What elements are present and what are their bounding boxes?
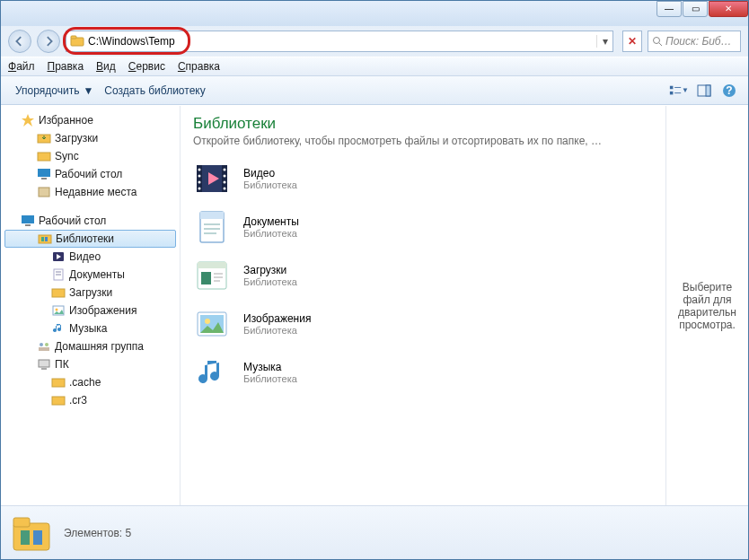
- svg-point-48: [224, 181, 226, 184]
- maximize-button[interactable]: ▭: [683, 1, 708, 17]
- sidebar-lib-documents[interactable]: Документы: [1, 266, 180, 284]
- sidebar-lib-downloads[interactable]: Загрузки: [1, 284, 180, 302]
- svg-rect-56: [198, 262, 226, 268]
- svg-rect-35: [41, 368, 47, 370]
- libraries-icon: [38, 232, 52, 246]
- folder-icon: [37, 149, 51, 163]
- preview-text: Выберите файл для дварительн просмотра.: [672, 281, 743, 331]
- folder-icon: [51, 285, 66, 300]
- library-item-documents[interactable]: ДокументыБиблиотека: [193, 208, 653, 246]
- chevron-down-icon: ▼: [83, 84, 93, 97]
- toolbar: Упорядочить ▼ Создать библиотеку ▼ ?: [1, 76, 748, 105]
- svg-point-2: [654, 38, 660, 44]
- sidebar-item-recent[interactable]: Недавние места: [1, 183, 180, 201]
- menu-file[interactable]: Файл: [8, 60, 35, 73]
- music-icon: [51, 321, 66, 336]
- svg-rect-5: [670, 91, 674, 94]
- libraries-icon: [10, 512, 53, 554]
- preview-pane-button[interactable]: [694, 81, 714, 101]
- sidebar-favorites[interactable]: Избранное: [1, 111, 180, 129]
- svg-rect-34: [39, 360, 49, 367]
- main: Библиотеки Откройте библиотеку, чтобы пр…: [181, 106, 748, 505]
- svg-point-46: [224, 169, 226, 171]
- svg-point-63: [205, 319, 210, 324]
- sidebar-lib-pictures[interactable]: Изображения: [1, 302, 180, 319]
- status-text: Элементов: 5: [64, 527, 131, 539]
- forward-button[interactable]: [37, 30, 60, 53]
- svg-rect-66: [21, 530, 30, 545]
- search-input[interactable]: Поиск: Биб…: [648, 31, 741, 52]
- search-icon: [652, 36, 663, 47]
- sidebar-desktop-root[interactable]: Рабочий стол: [1, 212, 180, 230]
- desktop-icon: [21, 214, 35, 228]
- content-pane: Библиотеки Откройте библиотеку, чтобы пр…: [181, 106, 665, 505]
- folder-icon: [51, 393, 66, 407]
- library-item-video[interactable]: ВидеоБиблиотека: [193, 160, 653, 197]
- library-item-music[interactable]: МузыкаБиблиотека: [193, 354, 653, 391]
- minimize-button[interactable]: —: [656, 1, 682, 17]
- close-button[interactable]: ✕: [709, 1, 748, 17]
- homegroup-icon: [37, 339, 51, 354]
- sidebar-pc-cr3[interactable]: .cr3: [1, 391, 180, 409]
- svg-point-31: [40, 343, 43, 346]
- library-item-pictures[interactable]: ИзображенияБиблиотека: [193, 305, 653, 343]
- document-icon: [193, 208, 231, 246]
- video-icon: [193, 160, 231, 197]
- create-library-button[interactable]: Создать библиотеку: [99, 84, 210, 97]
- svg-rect-21: [41, 237, 44, 241]
- sidebar-pc-cache[interactable]: .cache: [1, 373, 180, 391]
- back-button[interactable]: [8, 30, 31, 53]
- organize-button[interactable]: Упорядочить ▼: [10, 84, 99, 97]
- svg-rect-19: [25, 224, 31, 226]
- address-bar[interactable]: C:\Windows\Temp C:\Windows\Temp ▾: [66, 31, 613, 52]
- page-title: Библиотеки: [193, 115, 653, 133]
- sidebar-homegroup[interactable]: Домашняя группа: [1, 337, 180, 355]
- svg-rect-1: [71, 36, 76, 39]
- search-placeholder: Поиск: Биб…: [665, 35, 732, 48]
- menu-help[interactable]: Справка: [178, 60, 220, 73]
- svg-rect-9: [706, 85, 710, 96]
- navigation-row: C:\Windows\Temp C:\Windows\Temp ▾ ✕ Поис…: [1, 26, 748, 57]
- svg-rect-15: [38, 169, 50, 177]
- address-text[interactable]: C:\Windows\Temp: [88, 35, 596, 48]
- sidebar-lib-music[interactable]: Музыка: [1, 319, 180, 337]
- page-subtitle: Откройте библиотеку, чтобы просмотреть ф…: [193, 135, 653, 147]
- svg-point-49: [224, 188, 226, 190]
- document-icon: [51, 267, 66, 282]
- picture-icon: [51, 303, 66, 318]
- svg-rect-57: [201, 272, 211, 284]
- menu-service[interactable]: Сервис: [128, 60, 165, 73]
- svg-point-44: [198, 181, 201, 184]
- svg-rect-22: [45, 237, 48, 241]
- svg-rect-37: [52, 397, 65, 405]
- svg-rect-16: [41, 178, 47, 179]
- recent-icon: [37, 185, 51, 199]
- video-icon: [51, 249, 66, 264]
- address-dropdown[interactable]: ▾: [596, 35, 612, 48]
- sidebar-item-downloads[interactable]: Загрузки: [1, 129, 180, 147]
- music-icon: [193, 354, 231, 391]
- library-item-downloads[interactable]: ЗагрузкиБиблиотека: [193, 257, 653, 294]
- folder-icon: [70, 34, 84, 48]
- folder-icon: [51, 375, 66, 389]
- folder-icon: [37, 131, 51, 145]
- titlebar: — ▭ ✕: [1, 1, 748, 26]
- body: Избранное Загрузки Sync Рабочий стол Нед…: [1, 105, 748, 505]
- svg-rect-4: [670, 85, 674, 89]
- sidebar-pc[interactable]: ПК: [1, 355, 180, 373]
- menu-edit[interactable]: Правка: [48, 60, 84, 73]
- menu-view[interactable]: Вид: [96, 60, 116, 73]
- address-clear-button[interactable]: ✕: [622, 31, 642, 52]
- svg-rect-67: [33, 530, 42, 545]
- picture-icon: [193, 305, 231, 343]
- view-options-button[interactable]: ▼: [669, 81, 689, 101]
- sidebar-item-desktop[interactable]: Рабочий стол: [1, 165, 180, 183]
- svg-point-47: [224, 175, 226, 178]
- sidebar-item-sync[interactable]: Sync: [1, 147, 180, 165]
- svg-text:?: ?: [726, 84, 732, 97]
- sidebar-libraries[interactable]: Библиотеки: [4, 230, 176, 248]
- help-button[interactable]: ?: [719, 81, 739, 101]
- svg-point-30: [56, 309, 58, 311]
- sidebar-lib-video[interactable]: Видео: [1, 248, 180, 266]
- star-icon: [21, 113, 35, 127]
